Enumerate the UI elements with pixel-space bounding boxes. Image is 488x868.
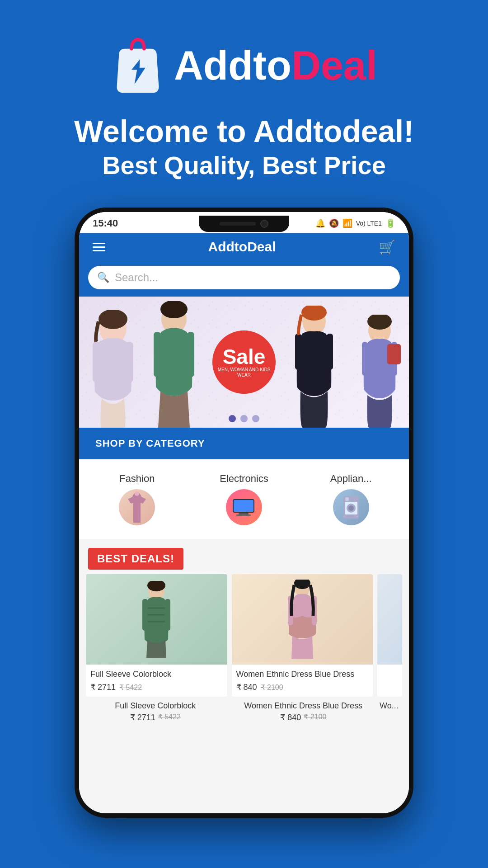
svg-rect-13 [362,342,368,376]
battery-icon: 🔋 [385,218,395,228]
notch-speaker [220,222,256,226]
best-deals-section: BEST DEALS! [79,539,409,730]
product-bottom-name-1: Full Sleeve Colorblock [84,701,227,711]
app-bar: AddtoDeal 🛒 [79,233,409,261]
product-info-2: Women Ethnic Dress Blue Dress ₹ 840 ₹ 21… [232,665,373,697]
best-deals-row: Full Sleeve Colorblock ₹ 2711 ₹ 5422 [79,570,409,701]
svg-rect-32 [165,599,170,631]
product-bottom-name-3: Wo... [380,701,404,711]
svg-rect-6 [187,332,194,377]
category-item-fashion[interactable]: Fashion [84,468,191,530]
svg-rect-2 [125,342,133,382]
product-bottom-3: Wo... [380,701,404,725]
product-bottom-price-2: ₹ 840 [280,712,301,722]
banner-dot-3[interactable] [252,415,259,422]
banner-person-lady [84,310,142,428]
banner-content: Sale MEN, WOMAN AND KIDS WEAR [79,297,409,428]
product-price-original-2: ₹ 2100 [261,683,283,692]
banner-dot-1[interactable] [229,415,236,422]
hamburger-menu-icon[interactable] [93,243,105,251]
svg-rect-19 [234,500,253,512]
banner-dots [229,415,259,422]
phone-notch [199,216,289,232]
product-prices-2: ₹ 840 ₹ 2100 [236,682,369,692]
product-card-3[interactable] [377,574,402,697]
svg-point-25 [348,505,354,511]
logo-text: AddtoDeal [174,42,377,89]
sale-subtext: MEN, WOMAN AND KIDS WEAR [212,367,276,378]
product-price-current-1: ₹ 2711 [90,682,116,692]
product-image-1 [86,574,227,665]
shop-by-category-label: SHOP BY CATEGORY [88,434,212,453]
tagline-sub: Best Quality, Best Price [74,150,414,180]
tagline-main: Welcome to Addtodeal! [74,113,414,150]
category-electronics-label: Electronics [220,473,268,485]
svg-rect-5 [154,332,161,377]
product-image-3 [377,574,402,665]
product-name-2: Women Ethnic Dress Blue Dress [236,669,369,679]
categories-row: Fashion Electronics [79,459,409,539]
phone-mockup: 15:40 🔔 🔕 📶 Vo) LTE1 🔋 AddtoDeal 🛒 🔍 [75,208,413,818]
category-item-appliances[interactable]: Applian... [297,468,404,530]
svg-rect-26 [345,497,349,501]
phone-screen: 15:40 🔔 🔕 📶 Vo) LTE1 🔋 AddtoDeal 🛒 🔍 [79,212,409,813]
status-icons: 🔔 🔕 📶 Vo) LTE1 🔋 [315,218,395,228]
product-figure-female [284,580,320,659]
product-price-current-2: ₹ 840 [236,682,257,692]
fashion-icon [126,490,148,524]
product-bottom-name-2: Women Ethnic Dress Blue Dress [232,701,375,711]
best-deals-label: BEST DEALS! [97,552,174,565]
banner-dot-2[interactable] [240,415,248,422]
search-placeholder: Search... [115,271,158,284]
electronics-icon [232,498,257,516]
product-bottom-prices-1: ₹ 2711 ₹ 5422 [84,712,227,722]
banner-person-kid [355,315,404,428]
product-bottom-original-2: ₹ 2100 [304,712,326,722]
logo-container: AddtoDeal [111,36,377,95]
best-deals-header: BEST DEALS! [88,548,183,570]
category-appliances-label: Applian... [330,473,372,485]
cart-icon[interactable]: 🛒 [379,239,395,255]
product-info-1: Full Sleeve Colorblock ₹ 2711 ₹ 5422 [86,665,227,697]
header-section: AddtoDeal Welcome to Addtodeal! Best Qua… [0,0,488,208]
product-figure-male [138,581,174,658]
product-prices-1: ₹ 2711 ₹ 5422 [90,682,223,692]
svg-rect-9 [295,334,301,370]
app-bar-title: AddtoDeal [208,239,276,255]
svg-point-3 [99,310,127,329]
product-image-2 [232,574,373,665]
svg-rect-10 [327,334,333,370]
app-content: SHOP BY CATEGORY Fashion Electroni [79,428,409,813]
category-electronics-image [226,489,262,525]
sale-badge: Sale MEN, WOMAN AND KIDS WEAR [212,330,276,394]
tagline-container: Welcome to Addtodeal! Best Quality, Best… [74,113,414,180]
product-bottom-1: Full Sleeve Colorblock ₹ 2711 ₹ 5422 [84,701,227,725]
svg-rect-31 [142,599,148,631]
search-bar[interactable]: 🔍 Search... [88,266,400,289]
banner-person-man [142,301,206,428]
svg-point-17 [135,491,139,496]
sale-banner[interactable]: Sale MEN, WOMAN AND KIDS WEAR [79,297,409,428]
notch-camera [260,220,268,228]
product-price-original-1: ₹ 5422 [119,683,142,692]
product-name-1: Full Sleeve Colorblock [90,669,223,679]
sale-text: Sale [223,346,266,367]
product-bottom-price-1: ₹ 2711 [130,712,155,722]
status-time: 15:40 [93,217,118,229]
category-appliances-image [333,489,369,525]
product-bottom-2: Women Ethnic Dress Blue Dress ₹ 840 ₹ 21… [232,701,375,725]
product-bottom-prices-2: ₹ 840 ₹ 2100 [232,712,375,722]
alarm-icon: 🔔 [315,218,325,228]
svg-rect-21 [236,514,251,516]
search-container: 🔍 Search... [79,261,409,297]
category-item-electronics[interactable]: Electronics [191,468,298,530]
product-card-1[interactable]: Full Sleeve Colorblock ₹ 2711 ₹ 5422 [86,574,227,697]
banner-person-girl [287,306,341,428]
category-fashion-label: Fashion [119,473,155,485]
appliances-icon [340,494,362,521]
product-card-2[interactable]: Women Ethnic Dress Blue Dress ₹ 840 ₹ 21… [232,574,373,697]
product-bottom-original-1: ₹ 5422 [158,712,181,722]
wifi-icon: 📶 [343,218,352,228]
svg-rect-1 [93,342,101,382]
mute-icon: 🔕 [329,218,339,228]
